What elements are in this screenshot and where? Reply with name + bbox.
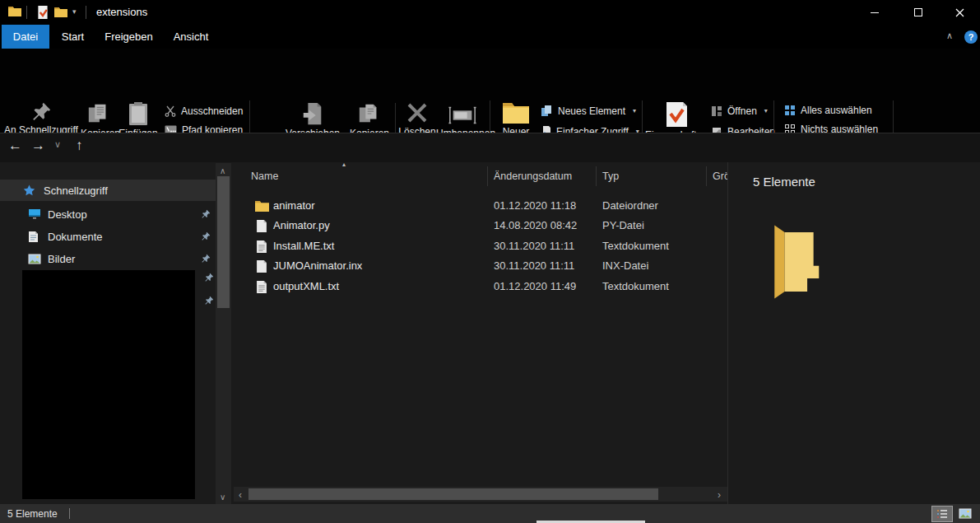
column-header-size[interactable]: Grö (713, 170, 727, 182)
copy-icon (86, 101, 111, 126)
sidebar-item-quick-access[interactable]: Schnellzugriff (0, 180, 216, 201)
file-name: outputXML.txt (273, 280, 339, 292)
titlebar-separator (86, 6, 86, 19)
thumbnail-view-button[interactable] (954, 506, 976, 522)
file-list-header: ▴ Name Änderungsdatum Typ Grö (234, 163, 727, 189)
minimize-button[interactable] (852, 0, 896, 25)
quick-access-new-folder-icon[interactable] (54, 7, 67, 18)
file-row-outputxml[interactable]: outputXML.txt 01.12.2020 11:49 Textdokum… (234, 278, 727, 297)
column-header-modified[interactable]: Änderungsdatum (494, 170, 572, 182)
open-button[interactable]: Öffnen▾ (711, 103, 768, 119)
file-modified: 14.08.2020 08:42 (494, 219, 577, 231)
file-modified: 30.11.2020 11:11 (494, 259, 574, 272)
file-name: animator (273, 199, 315, 212)
scroll-down-icon[interactable]: ∨ (220, 493, 225, 502)
forward-button[interactable]: → (31, 138, 45, 154)
recent-locations-dropdown-icon[interactable]: ∨ (54, 139, 61, 150)
tab-start[interactable]: Start (49, 25, 96, 49)
paste-icon (128, 101, 149, 126)
select-all-label: Alles auswählen (801, 105, 872, 116)
new-item-button[interactable]: Neues Element▾ (541, 103, 636, 119)
details-view-button[interactable] (931, 506, 953, 522)
back-button[interactable]: ← (8, 138, 22, 154)
scissors-icon (165, 105, 176, 117)
column-separator[interactable] (487, 166, 488, 186)
file-modified: 30.11.2020 11:11 (494, 240, 574, 252)
cut-label: Ausschneiden (181, 105, 243, 117)
desktop-icon (28, 208, 41, 220)
sidebar-scrollbar-thumb[interactable] (217, 176, 230, 308)
pin-icon[interactable] (204, 296, 214, 306)
maximize-icon (914, 8, 922, 16)
file-row-install-me[interactable]: Install.ME.txt 30.11.2020 11:11 Textdoku… (234, 237, 727, 257)
sort-ascending-icon: ▴ (342, 161, 346, 168)
pin-icon[interactable] (204, 273, 214, 283)
new-item-icon (541, 105, 553, 117)
preview-pane-divider (727, 162, 728, 504)
file-icon (256, 219, 267, 233)
documents-icon (28, 231, 39, 243)
new-item-label: Neues Element (558, 105, 625, 117)
column-header-type[interactable]: Typ (602, 170, 619, 182)
move-to-icon (300, 101, 325, 126)
preview-folder-icon (764, 221, 823, 303)
quick-access-star-icon (22, 184, 36, 198)
file-type: Textdokument (602, 280, 669, 292)
file-name: JUMOAnimator.inx (273, 259, 362, 272)
horizontal-scrollbar-thumb[interactable] (248, 488, 658, 500)
pin-icon[interactable] (201, 209, 211, 219)
statusbar-item-count: 5 Elemente (7, 508, 58, 520)
scroll-up-icon[interactable]: ∧ (220, 166, 225, 175)
help-button[interactable]: ? (964, 30, 978, 44)
new-folder-icon (502, 101, 530, 124)
preview-item-count: 5 Elemente (753, 175, 815, 189)
column-separator[interactable] (596, 166, 597, 186)
rename-icon (448, 105, 477, 126)
scroll-left-icon[interactable]: ‹ (239, 489, 242, 501)
sidebar-item-label: Dokumente (48, 231, 102, 243)
dropdown-arrow-icon: ▾ (764, 107, 768, 114)
copy-to-icon (357, 101, 382, 126)
maximize-button[interactable] (896, 0, 940, 25)
file-row-jumoanimator[interactable]: JUMOAnimator.inx 30.11.2020 11:11 INX-Da… (234, 257, 727, 277)
tab-ansicht[interactable]: Ansicht (161, 25, 221, 49)
collapse-ribbon-icon[interactable]: ∧ (946, 31, 953, 40)
sidebar-item-dokumente[interactable]: Dokumente (0, 226, 216, 247)
close-button[interactable] (940, 0, 980, 25)
sidebar-item-desktop[interactable]: Desktop (0, 203, 216, 225)
quick-access-customize-dropdown-icon[interactable]: ▾ (72, 8, 77, 16)
scroll-right-icon[interactable]: › (718, 489, 721, 501)
tab-freigeben[interactable]: Freigeben (96, 25, 161, 49)
window-title: extensions (96, 6, 147, 18)
app-folder-icon (8, 6, 21, 17)
select-all-button[interactable]: Alles auswählen (784, 102, 872, 118)
file-type: Dateiordner (602, 199, 658, 212)
tab-datei[interactable]: Datei (2, 25, 49, 49)
pin-icon[interactable] (201, 231, 211, 241)
file-type: INX-Datei (602, 259, 648, 272)
thumbnail-view-icon (959, 508, 972, 519)
statusbar-separator (69, 508, 70, 519)
properties-icon (665, 101, 688, 128)
open-label: Öffnen (727, 105, 757, 117)
up-button[interactable]: ↑ (76, 138, 83, 154)
column-separator[interactable] (706, 166, 707, 186)
minimize-icon (871, 12, 879, 13)
select-all-icon (784, 105, 796, 116)
titlebar: ▾ extensions (0, 0, 980, 25)
file-row-animator-py[interactable]: Animator.py 14.08.2020 08:42 PY-Datei (234, 217, 727, 236)
file-row-animator[interactable]: animator 01.12.2020 11:18 Dateiordner (234, 197, 727, 217)
pictures-icon (28, 254, 41, 264)
sidebar-item-label: Bilder (48, 253, 75, 265)
quick-access-properties-icon[interactable] (36, 5, 49, 20)
pin-icon[interactable] (201, 254, 211, 264)
column-header-name[interactable]: Name (251, 170, 278, 182)
text-file-icon (256, 240, 267, 254)
quick-access-label: Schnellzugriff (44, 184, 108, 197)
folder-icon (255, 200, 269, 212)
cut-button[interactable]: Ausschneiden (165, 103, 243, 119)
sidebar-item-bilder[interactable]: Bilder (0, 248, 216, 269)
file-icon (256, 259, 267, 273)
open-icon (711, 105, 722, 117)
sidebar-item-label: Desktop (48, 208, 87, 221)
